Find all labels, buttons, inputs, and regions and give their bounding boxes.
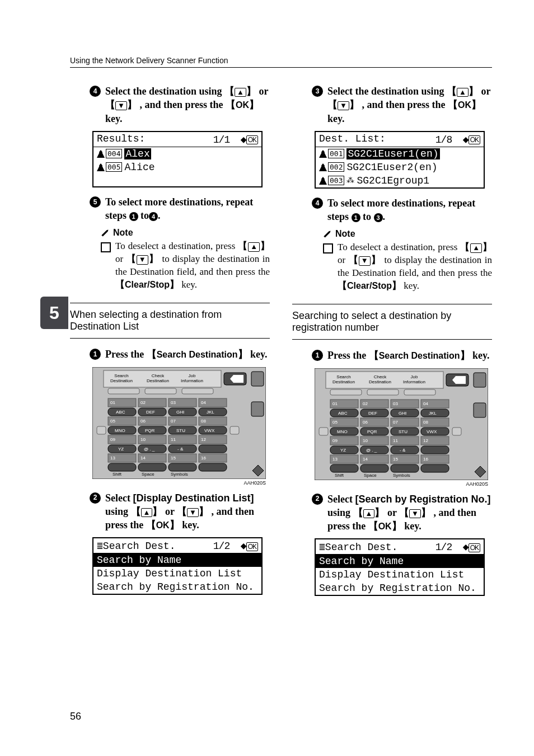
- search-row: Search by Name: [316, 555, 484, 568]
- lcd-row: 001 SG2C1Euser1(en): [316, 147, 484, 161]
- note-icon: [99, 227, 112, 240]
- svg-text:PQR: PQR: [145, 428, 155, 433]
- svg-text:08: 08: [201, 419, 206, 424]
- ok-icon: OK: [469, 135, 480, 144]
- svg-text:ABC: ABC: [338, 411, 348, 416]
- svg-text:Search: Search: [336, 374, 350, 379]
- svg-rect-75: [199, 463, 227, 471]
- note-block: Note To deselect a destination, press 【▲…: [323, 229, 492, 293]
- note-text: or: [115, 253, 127, 264]
- note-icon: [321, 228, 334, 241]
- updown-icon: ◆: [241, 541, 246, 552]
- step-3: 3 Select the destination using 【▲】 or 【▼…: [312, 84, 492, 125]
- lcd-results: Results: 1/1 ◆OK 004 Alex 005 Alice: [92, 131, 263, 187]
- svg-text:Space: Space: [142, 472, 154, 477]
- svg-rect-72: [108, 463, 136, 471]
- step-number-icon: 2: [312, 494, 323, 505]
- svg-text:05: 05: [110, 419, 115, 424]
- lcd-row: 002 SG2C1Euser2(en): [316, 161, 484, 174]
- step-5: 5 To select more destinations, repeat st…: [90, 195, 270, 223]
- step-text: to: [363, 211, 374, 222]
- svg-text:YZ: YZ: [340, 448, 346, 453]
- updown-icon: ◆: [463, 134, 469, 145]
- note-heading: Note: [335, 229, 355, 239]
- svg-text:09: 09: [332, 438, 338, 443]
- lcd-code: 002: [328, 162, 344, 172]
- svg-text:09: 09: [110, 437, 115, 442]
- up-arrow-key-icon: ▲: [235, 88, 246, 97]
- updown-icon: ◆: [463, 542, 469, 553]
- ok-icon: OK: [469, 543, 480, 552]
- lcd-title: Search Dest.: [103, 541, 176, 552]
- lcd-title: Search Dest.: [325, 542, 398, 553]
- svg-rect-73: [138, 463, 166, 471]
- person-icon: [319, 150, 327, 158]
- svg-rect-143: [421, 446, 449, 454]
- svg-text:10: 10: [363, 438, 368, 443]
- ok-key: OK: [378, 522, 392, 531]
- lcd-name: SG2C1Euser2(en): [346, 162, 437, 173]
- step-text: Press the: [327, 350, 369, 361]
- step-text: To select more destinations, repeat step…: [105, 196, 253, 221]
- svg-rect-12: [108, 388, 139, 394]
- list-icon: ≣: [319, 542, 325, 553]
- step-ref-icon: 1: [129, 212, 138, 221]
- step-text: using: [105, 506, 131, 517]
- step-text: key.: [327, 113, 345, 124]
- down-arrow-key-icon: ▼: [187, 508, 199, 517]
- svg-rect-63: [199, 445, 227, 453]
- step-text: , and then press the: [139, 99, 226, 110]
- svg-text:Destination: Destination: [369, 379, 391, 384]
- svg-text:07: 07: [393, 420, 398, 425]
- svg-text:@ . _: @ . _: [366, 448, 377, 453]
- svg-text:DEF: DEF: [146, 410, 155, 415]
- bullet-icon: [101, 242, 111, 252]
- person-icon: [97, 163, 105, 171]
- svg-rect-91: [474, 403, 486, 417]
- search-row: Search by Name: [93, 553, 261, 567]
- figure-code: AAH020S: [92, 480, 266, 486]
- step-text: .: [383, 211, 386, 222]
- step-number-icon: 4: [90, 86, 101, 97]
- note-text: To deselect a destination, press: [338, 242, 460, 252]
- step-number-icon: 2: [90, 492, 101, 504]
- lcd-name: Alex: [124, 148, 151, 159]
- search-row: Display Destination List: [93, 567, 261, 580]
- control-panel-figure: Search Destination Check Destination Job…: [315, 368, 488, 480]
- svg-text:Job: Job: [411, 374, 418, 379]
- svg-text:16: 16: [423, 457, 428, 462]
- svg-text:02: 02: [363, 401, 368, 406]
- step-text: or: [387, 507, 399, 518]
- lcd-title: Dest. List:: [319, 133, 386, 145]
- step-text: To select more destinations, repeat step…: [327, 198, 475, 222]
- svg-text:YZ: YZ: [118, 447, 124, 452]
- step-text: to: [140, 210, 149, 221]
- svg-text:VWX: VWX: [427, 429, 437, 434]
- step-number-icon: 4: [312, 198, 323, 209]
- svg-text:15: 15: [171, 456, 176, 461]
- lcd-name: Alice: [124, 162, 154, 173]
- note-text: key.: [181, 279, 197, 290]
- search-row: Search by Registration No.: [316, 581, 484, 595]
- svg-rect-92: [330, 389, 362, 395]
- step-ref-icon: 4: [149, 212, 158, 221]
- svg-text:14: 14: [140, 456, 146, 461]
- svg-text:Check: Check: [374, 374, 387, 379]
- down-arrow-key-icon: ▼: [338, 101, 349, 110]
- step-text: .: [158, 210, 161, 221]
- page-number: 56: [70, 711, 81, 722]
- step-number-icon: 1: [90, 349, 101, 360]
- step-text: Select: [327, 494, 355, 505]
- svg-rect-94: [404, 389, 435, 395]
- note-text: To deselect a destination, press: [115, 241, 238, 251]
- lcd-code: 004: [106, 149, 122, 158]
- down-arrow-key-icon: ▼: [359, 256, 371, 265]
- lcd-code: 005: [106, 162, 122, 172]
- svg-text:06: 06: [363, 420, 368, 425]
- clear-stop-key: Clear/Stop: [347, 281, 392, 290]
- group-icon: ⁂: [346, 176, 354, 185]
- running-head: Using the Network Delivery Scanner Funct…: [70, 56, 492, 68]
- svg-text:Check: Check: [152, 373, 165, 378]
- step-text: key.: [472, 350, 490, 361]
- svg-text:01: 01: [332, 401, 338, 406]
